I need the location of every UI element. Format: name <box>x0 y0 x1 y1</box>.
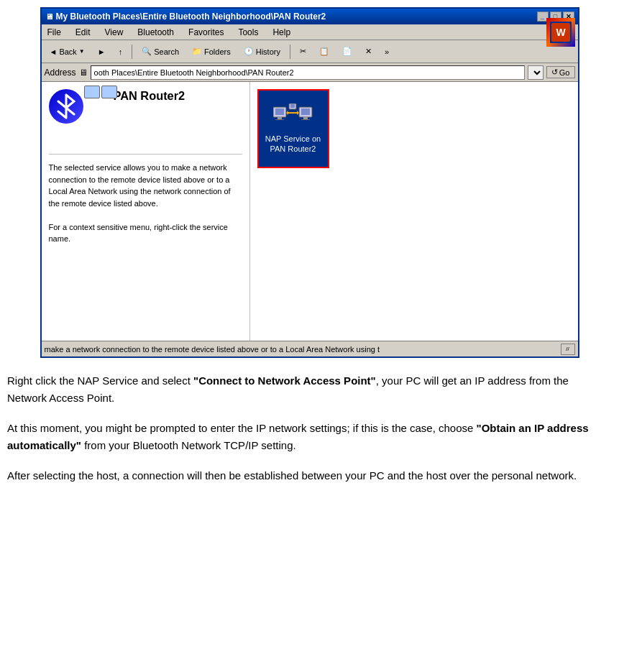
svg-rect-6 <box>275 119 284 120</box>
menu-bluetooth[interactable]: Bluetooth <box>134 27 177 38</box>
menu-bar: File Edit View Bluetooth Favorites Tools… <box>42 24 578 40</box>
device-area: PAN Router2 <box>49 89 242 155</box>
up-button[interactable]: ↑ <box>114 42 128 61</box>
instruction-paragraph-1: Right click the NAP Service and select "… <box>7 372 597 407</box>
cut-button[interactable]: ✂ <box>295 42 311 61</box>
instruction-2-after: from your Bluetooth Network TCP/IP setti… <box>81 439 296 451</box>
status-grip: // <box>561 344 575 355</box>
cut-icon: ✂ <box>300 47 306 56</box>
menu-help[interactable]: Help <box>270 27 293 38</box>
service-icon-label: NAP Service on PAN Router2 <box>263 134 324 155</box>
svg-rect-8 <box>301 109 310 115</box>
window-icon: 🖥 <box>45 12 53 21</box>
copy-button[interactable]: 📋 <box>314 42 334 61</box>
instruction-paragraph-3: After selecting the host, a connection w… <box>7 467 597 484</box>
network-icon-svg <box>273 103 313 134</box>
instructions: Right click the NAP Service and select "… <box>0 358 604 512</box>
address-input[interactable] <box>91 65 525 80</box>
menu-edit[interactable]: Edit <box>73 27 93 38</box>
menu-tools[interactable]: Tools <box>235 27 261 38</box>
copy-icon: 📋 <box>319 47 329 56</box>
forward-button[interactable]: ► <box>93 42 111 61</box>
address-bar-icon: 🖥 <box>79 68 88 78</box>
go-arrow-icon: ↺ <box>551 68 558 77</box>
menu-file[interactable]: File <box>45 27 64 38</box>
logo-icon: W <box>546 18 575 47</box>
title-bar: 🖥 My Bluetooth Places\Entire Bluetooth N… <box>42 9 578 24</box>
history-label: History <box>256 47 280 56</box>
search-button[interactable]: 🔍 Search <box>137 42 184 61</box>
toolbar-sep-1 <box>132 45 132 59</box>
menu-favorites[interactable]: Favorites <box>185 27 226 38</box>
paste-button[interactable]: 📄 <box>337 42 357 61</box>
paste-icon: 📄 <box>342 47 352 56</box>
window-title: My Bluetooth Places\Entire Bluetooth Nei… <box>56 11 326 22</box>
address-label: Address <box>45 68 76 78</box>
folders-label: Folders <box>204 47 231 56</box>
back-label: Back <box>59 47 76 56</box>
instruction-2-before: At this moment, you might be prompted to… <box>7 422 477 434</box>
folders-icon: 📁 <box>192 47 202 56</box>
logo-area: W <box>546 18 575 47</box>
status-bar: make a network connection to the remote … <box>42 341 578 356</box>
svg-text:W: W <box>556 27 566 38</box>
back-dropdown-icon: ▼ <box>79 48 85 55</box>
status-text: make a network connection to the remote … <box>45 345 380 354</box>
right-panel: NAP Service on PAN Router2 <box>250 82 578 341</box>
address-dropdown[interactable] <box>528 65 544 80</box>
svg-rect-4 <box>275 109 284 115</box>
menu-view[interactable]: View <box>102 27 127 38</box>
up-icon: ↑ <box>119 47 123 56</box>
device-details: PAN Router2 <box>114 89 185 103</box>
address-bar: Address 🖥 ↺ Go <box>42 63 578 82</box>
main-window: 🖥 My Bluetooth Places\Entire Bluetooth N… <box>40 7 579 358</box>
nap-service-icon[interactable]: NAP Service on PAN Router2 <box>257 89 329 168</box>
svg-rect-9 <box>303 117 308 119</box>
more-icon: » <box>385 47 389 56</box>
svg-rect-15 <box>290 104 295 108</box>
toolbar: ◄ Back ▼ ► ↑ 🔍 Search 📁 Folders 🕐 Histor… <box>42 40 578 63</box>
go-button[interactable]: ↺ Go <box>546 66 575 78</box>
description-text: The selected service allows you to make … <box>49 162 242 245</box>
instruction-1-bold: "Connect to Network Access Point" <box>193 374 376 387</box>
folders-button[interactable]: 📁 Folders <box>187 42 236 61</box>
pc-icon-1 <box>84 86 100 98</box>
search-icon: 🔍 <box>142 47 152 56</box>
search-label: Search <box>154 47 179 56</box>
device-name: PAN Router2 <box>114 89 185 103</box>
overlay-icons <box>84 86 117 98</box>
instruction-1-before: Right click the NAP Service and select <box>7 374 193 387</box>
more-button[interactable]: » <box>380 42 394 61</box>
go-label: Go <box>559 68 570 77</box>
main-content: PAN Router2 The selected service allows … <box>42 82 578 341</box>
pc-icon-2 <box>101 86 117 98</box>
history-button[interactable]: 🕐 History <box>239 42 285 61</box>
device-icon-area <box>49 89 106 147</box>
forward-icon: ► <box>98 47 106 56</box>
left-panel: PAN Router2 The selected service allows … <box>42 82 250 341</box>
back-button[interactable]: ◄ Back ▼ <box>45 42 90 61</box>
instruction-paragraph-2: At this moment, you might be prompted to… <box>7 420 597 454</box>
svg-rect-5 <box>278 117 282 119</box>
toolbar-sep-2 <box>290 45 290 59</box>
history-icon: 🕐 <box>244 47 254 56</box>
back-icon: ◄ <box>50 47 58 56</box>
svg-rect-10 <box>301 119 310 120</box>
delete-icon: ✕ <box>365 47 372 56</box>
bluetooth-icon <box>49 89 83 124</box>
delete-button[interactable]: ✕ <box>360 42 377 61</box>
title-bar-left: 🖥 My Bluetooth Places\Entire Bluetooth N… <box>45 11 326 22</box>
